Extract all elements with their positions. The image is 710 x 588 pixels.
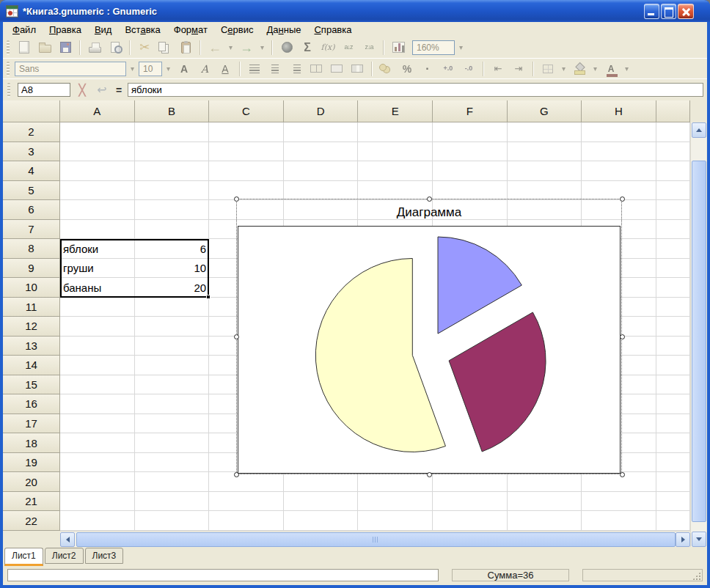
- vertical-scrollbar[interactable]: [690, 122, 706, 547]
- open-file-button[interactable]: [35, 39, 54, 56]
- cell-B19[interactable]: [135, 453, 210, 473]
- cell-D21[interactable]: [284, 492, 359, 512]
- cell-I14[interactable]: [656, 356, 690, 375]
- cell-D20[interactable]: [284, 472, 359, 492]
- print-preview-button[interactable]: [106, 39, 125, 56]
- row-header-15[interactable]: 15: [3, 375, 60, 395]
- print-button[interactable]: [85, 39, 104, 56]
- equals-button[interactable]: =: [114, 84, 124, 96]
- chart-resize-handle[interactable]: [620, 196, 625, 202]
- cell-A16[interactable]: [60, 394, 135, 414]
- cell-D22[interactable]: [284, 511, 359, 531]
- cell-B12[interactable]: [135, 317, 210, 337]
- row-header-21[interactable]: 21: [3, 492, 60, 512]
- decrease-indent-button[interactable]: ⇤: [488, 60, 508, 78]
- cell-D4[interactable]: [284, 161, 359, 181]
- row-header-11[interactable]: 11: [3, 298, 60, 317]
- row-header-16[interactable]: 16: [3, 394, 60, 414]
- decrease-decimals-button[interactable]: -.0: [459, 60, 478, 78]
- pie-slice-0[interactable]: [438, 237, 521, 334]
- cell-B21[interactable]: [135, 492, 210, 512]
- cell-H2[interactable]: [582, 122, 656, 142]
- cell-A12[interactable]: [60, 317, 135, 337]
- cell-I9[interactable]: [656, 259, 690, 279]
- cell-A6[interactable]: [60, 200, 135, 220]
- cell-F22[interactable]: [433, 511, 508, 531]
- row-header-22[interactable]: 22: [3, 511, 60, 531]
- cell-E20[interactable]: [358, 472, 433, 492]
- cell-I11[interactable]: [656, 298, 690, 317]
- underline-button[interactable]: А: [216, 60, 235, 78]
- sheet-tab-1[interactable]: Лист1: [4, 548, 43, 566]
- chart-resize-handle[interactable]: [427, 196, 432, 202]
- cell-A11[interactable]: [60, 298, 135, 317]
- sheet-tab-3[interactable]: Лист3: [85, 548, 124, 564]
- align-center-button[interactable]: [266, 60, 285, 78]
- cell-B4[interactable]: [135, 161, 210, 181]
- cell-B7[interactable]: [135, 220, 210, 240]
- cell-I8[interactable]: [656, 239, 690, 259]
- format-percent-button[interactable]: %: [398, 60, 417, 78]
- cell-I3[interactable]: [656, 142, 690, 162]
- cell-I17[interactable]: [656, 414, 690, 434]
- italic-button[interactable]: А: [195, 60, 214, 78]
- cell-E5[interactable]: [358, 181, 433, 201]
- font-name-combobox[interactable]: Sans: [15, 62, 126, 76]
- cell-I16[interactable]: [656, 394, 690, 414]
- cell-B18[interactable]: [135, 433, 210, 453]
- cell-A2[interactable]: [60, 122, 135, 142]
- chart-title[interactable]: Диаграмма: [237, 205, 621, 220]
- row-header-19[interactable]: 19: [3, 453, 60, 473]
- chart-resize-handle[interactable]: [234, 196, 239, 202]
- cell-A19[interactable]: [60, 453, 135, 473]
- cell-A4[interactable]: [60, 161, 135, 181]
- cell-value-B9[interactable]: 10: [135, 259, 210, 279]
- cell-G2[interactable]: [508, 122, 582, 142]
- align-left-button[interactable]: [245, 60, 264, 78]
- cell-value-B10[interactable]: 20: [135, 278, 210, 298]
- cancel-entry-icon[interactable]: ╳: [74, 84, 90, 97]
- cell-I6[interactable]: [656, 200, 690, 220]
- sort-descending-button[interactable]: z↓a: [359, 39, 378, 56]
- chart-resize-handle[interactable]: [620, 334, 625, 339]
- menu-item-help[interactable]: Справка: [307, 23, 358, 37]
- cell-G22[interactable]: [508, 511, 582, 531]
- cell-B20[interactable]: [135, 472, 210, 492]
- row-header-5[interactable]: 5: [3, 181, 60, 201]
- copy-button[interactable]: [155, 39, 175, 56]
- cell-B11[interactable]: [135, 298, 210, 317]
- menu-item-tools[interactable]: Сервис: [214, 23, 260, 37]
- cell-G21[interactable]: [508, 492, 582, 512]
- chart-resize-handle[interactable]: [234, 334, 239, 339]
- row-header-2[interactable]: 2: [3, 122, 60, 142]
- row-header-9[interactable]: 9: [3, 259, 60, 279]
- cell-I22[interactable]: [656, 511, 690, 531]
- window-resize-grip[interactable]: [692, 572, 700, 580]
- cell-B5[interactable]: [135, 181, 210, 201]
- cell-I12[interactable]: [656, 317, 690, 337]
- sort-ascending-button[interactable]: a↓z: [339, 39, 358, 56]
- cell-reference-box[interactable]: A8: [18, 83, 70, 97]
- pie-slice-2[interactable]: [315, 258, 445, 452]
- column-header-F[interactable]: F: [433, 100, 508, 122]
- cell-A5[interactable]: [60, 181, 135, 201]
- cell-A20[interactable]: [60, 472, 135, 492]
- cell-A7[interactable]: [60, 220, 135, 240]
- cell-H4[interactable]: [582, 161, 656, 181]
- column-header-A[interactable]: A: [60, 100, 135, 122]
- cell-I10[interactable]: [656, 278, 690, 298]
- cut-button[interactable]: ✂: [135, 39, 154, 56]
- cell-E21[interactable]: [358, 492, 433, 512]
- row-header-8[interactable]: 8: [3, 239, 60, 259]
- horizontal-scrollbar[interactable]: [60, 531, 690, 547]
- autosum-button[interactable]: Σ: [298, 39, 317, 56]
- cell-B22[interactable]: [135, 511, 210, 531]
- toolbar-drag-handle[interactable]: [7, 40, 10, 55]
- cell-B13[interactable]: [135, 337, 210, 356]
- cell-F21[interactable]: [433, 492, 508, 512]
- row-header-7[interactable]: 7: [3, 220, 60, 240]
- cell-B15[interactable]: [135, 375, 210, 395]
- row-header-3[interactable]: 3: [3, 142, 60, 162]
- thousands-separator-button[interactable]: ·: [418, 60, 437, 78]
- format-money-button[interactable]: [377, 60, 396, 78]
